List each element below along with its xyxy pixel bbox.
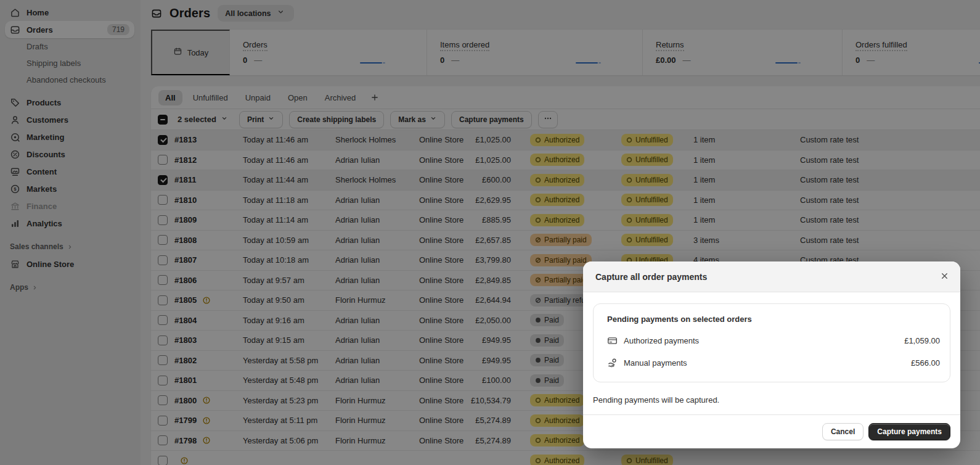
- modal-note: Pending payments will be captured.: [593, 395, 950, 405]
- pending-payment-label: Authorized payments: [624, 336, 699, 345]
- modal-footer: Cancel Capture payments: [583, 414, 960, 448]
- pending-payment-label: Manual payments: [624, 358, 687, 368]
- modal-title: Capture all order payments: [595, 272, 936, 282]
- modal-body: Pending payments on selected orders Auth…: [583, 292, 960, 414]
- pending-payments-card: Pending payments on selected orders Auth…: [593, 303, 950, 382]
- capture-payments-confirm-button[interactable]: Capture payments: [868, 423, 950, 440]
- modal-header: Capture all order payments: [583, 261, 960, 292]
- pending-payment-row: Authorized payments£1,059.00: [607, 335, 940, 346]
- capture-payments-modal: Capture all order payments Pending payme…: [583, 261, 960, 448]
- pending-payments-title: Pending payments on selected orders: [607, 315, 940, 324]
- shopify-admin-orders-page: HomeOrders719DraftsShipping labelsAbando…: [0, 0, 980, 465]
- pending-payment-amount: £566.00: [911, 358, 940, 368]
- cancel-button[interactable]: Cancel: [822, 423, 864, 440]
- hand-coin-icon: [607, 358, 618, 368]
- close-icon: [940, 271, 949, 282]
- pending-payment-row: Manual payments£566.00: [607, 358, 940, 368]
- modal-close-button[interactable]: [936, 268, 953, 286]
- credit-card-icon: [607, 335, 618, 346]
- pending-payment-amount: £1,059.00: [904, 336, 940, 345]
